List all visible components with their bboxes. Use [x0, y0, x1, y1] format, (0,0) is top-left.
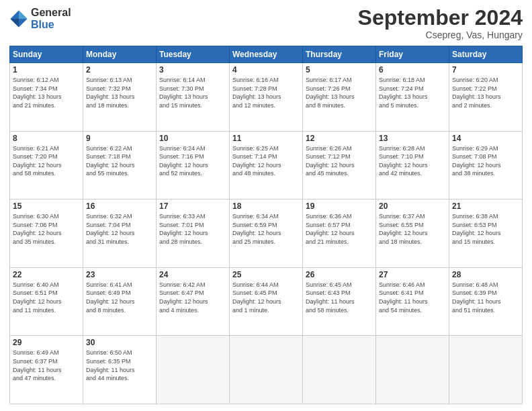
month-title: September 2024 [358, 7, 523, 28]
calendar-cell [376, 336, 449, 404]
day-number: 23 [86, 270, 153, 279]
weekday-header-tuesday: Tuesday [157, 46, 230, 63]
logo-general: General [31, 7, 71, 19]
day-info: Sunrise: 6:32 AM Sunset: 7:04 PM Dayligh… [86, 212, 153, 246]
day-info: Sunrise: 6:28 AM Sunset: 7:10 PM Dayligh… [379, 144, 446, 178]
calendar-cell: 14Sunrise: 6:29 AM Sunset: 7:08 PM Dayli… [449, 131, 523, 199]
day-info: Sunrise: 6:13 AM Sunset: 7:32 PM Dayligh… [86, 76, 153, 109]
day-info: Sunrise: 6:48 AM Sunset: 6:39 PM Dayligh… [452, 281, 519, 314]
svg-marker-2 [10, 19, 19, 28]
day-info: Sunrise: 6:38 AM Sunset: 6:53 PM Dayligh… [452, 212, 519, 246]
day-info: Sunrise: 6:20 AM Sunset: 7:22 PM Dayligh… [452, 76, 519, 109]
header: General Blue September 2024 Csepreg, Vas… [9, 7, 523, 40]
day-info: Sunrise: 6:25 AM Sunset: 7:14 PM Dayligh… [232, 144, 300, 178]
weekday-header-saturday: Saturday [449, 46, 523, 63]
day-info: Sunrise: 6:40 AM Sunset: 6:51 PM Dayligh… [13, 281, 80, 314]
day-number: 19 [306, 201, 373, 211]
calendar-cell: 1Sunrise: 6:12 AM Sunset: 7:34 PM Daylig… [10, 63, 83, 132]
calendar-cell: 11Sunrise: 6:25 AM Sunset: 7:14 PM Dayli… [230, 131, 303, 199]
calendar-cell: 7Sunrise: 6:20 AM Sunset: 7:22 PM Daylig… [449, 63, 523, 132]
day-info: Sunrise: 6:24 AM Sunset: 7:16 PM Dayligh… [159, 144, 226, 178]
day-number: 7 [452, 65, 519, 75]
calendar-cell [157, 336, 230, 404]
calendar-table: SundayMondayTuesdayWednesdayThursdayFrid… [9, 46, 523, 404]
calendar-cell [449, 336, 523, 404]
day-info: Sunrise: 6:45 AM Sunset: 6:43 PM Dayligh… [306, 281, 373, 314]
calendar-cell: 25Sunrise: 6:44 AM Sunset: 6:45 PM Dayli… [230, 267, 303, 336]
day-info: Sunrise: 6:14 AM Sunset: 7:30 PM Dayligh… [159, 76, 226, 109]
day-info: Sunrise: 6:50 AM Sunset: 6:35 PM Dayligh… [86, 349, 153, 382]
day-number: 27 [379, 270, 446, 279]
calendar-cell: 18Sunrise: 6:34 AM Sunset: 6:59 PM Dayli… [230, 199, 303, 268]
day-number: 3 [159, 65, 226, 75]
calendar-cell: 10Sunrise: 6:24 AM Sunset: 7:16 PM Dayli… [157, 131, 230, 199]
calendar-cell: 26Sunrise: 6:45 AM Sunset: 6:43 PM Dayli… [303, 267, 376, 336]
day-info: Sunrise: 6:16 AM Sunset: 7:28 PM Dayligh… [232, 76, 300, 109]
calendar-cell: 20Sunrise: 6:37 AM Sunset: 6:55 PM Dayli… [376, 199, 449, 268]
day-number: 16 [86, 201, 153, 211]
day-info: Sunrise: 6:33 AM Sunset: 7:01 PM Dayligh… [159, 212, 226, 246]
calendar-cell [303, 336, 376, 404]
day-number: 24 [159, 270, 226, 279]
logo-blue: Blue [31, 19, 71, 31]
calendar-cell: 3Sunrise: 6:14 AM Sunset: 7:30 PM Daylig… [157, 63, 230, 132]
calendar-cell [230, 336, 303, 404]
calendar-cell: 17Sunrise: 6:33 AM Sunset: 7:01 PM Dayli… [157, 199, 230, 268]
calendar-header-row: SundayMondayTuesdayWednesdayThursdayFrid… [10, 46, 523, 63]
calendar-cell: 5Sunrise: 6:17 AM Sunset: 7:26 PM Daylig… [303, 63, 376, 132]
day-info: Sunrise: 6:46 AM Sunset: 6:41 PM Dayligh… [379, 281, 446, 314]
calendar-cell: 29Sunrise: 6:49 AM Sunset: 6:37 PM Dayli… [10, 336, 83, 404]
day-info: Sunrise: 6:37 AM Sunset: 6:55 PM Dayligh… [379, 212, 446, 246]
day-number: 13 [379, 134, 446, 143]
day-number: 15 [13, 201, 80, 211]
day-info: Sunrise: 6:36 AM Sunset: 6:57 PM Dayligh… [306, 212, 373, 246]
weekday-header-sunday: Sunday [10, 46, 83, 63]
day-number: 8 [13, 134, 80, 143]
day-number: 21 [452, 201, 519, 211]
calendar-cell: 19Sunrise: 6:36 AM Sunset: 6:57 PM Dayli… [303, 199, 376, 268]
weekday-header-wednesday: Wednesday [230, 46, 303, 63]
day-info: Sunrise: 6:18 AM Sunset: 7:24 PM Dayligh… [379, 76, 446, 109]
calendar-cell: 16Sunrise: 6:32 AM Sunset: 7:04 PM Dayli… [83, 199, 157, 268]
day-number: 22 [13, 270, 80, 279]
day-info: Sunrise: 6:12 AM Sunset: 7:34 PM Dayligh… [13, 76, 80, 109]
day-info: Sunrise: 6:42 AM Sunset: 6:47 PM Dayligh… [159, 281, 226, 314]
calendar-cell: 24Sunrise: 6:42 AM Sunset: 6:47 PM Dayli… [157, 267, 230, 336]
day-number: 26 [306, 270, 373, 279]
calendar-cell: 22Sunrise: 6:40 AM Sunset: 6:51 PM Dayli… [10, 267, 83, 336]
calendar-cell: 15Sunrise: 6:30 AM Sunset: 7:06 PM Dayli… [10, 199, 83, 268]
logo-icon [9, 9, 28, 28]
calendar-cell: 6Sunrise: 6:18 AM Sunset: 7:24 PM Daylig… [376, 63, 449, 132]
calendar-cell: 9Sunrise: 6:22 AM Sunset: 7:18 PM Daylig… [83, 131, 157, 199]
day-info: Sunrise: 6:21 AM Sunset: 7:20 PM Dayligh… [13, 144, 80, 178]
day-number: 25 [232, 270, 300, 279]
title-block: September 2024 Csepreg, Vas, Hungary [358, 7, 523, 40]
calendar-cell: 2Sunrise: 6:13 AM Sunset: 7:32 PM Daylig… [83, 63, 157, 132]
day-number: 18 [232, 201, 300, 211]
day-info: Sunrise: 6:26 AM Sunset: 7:12 PM Dayligh… [306, 144, 373, 178]
day-number: 11 [232, 134, 300, 143]
day-number: 2 [86, 65, 153, 75]
day-info: Sunrise: 6:29 AM Sunset: 7:08 PM Dayligh… [452, 144, 519, 178]
day-number: 1 [13, 65, 80, 75]
day-info: Sunrise: 6:22 AM Sunset: 7:18 PM Dayligh… [86, 144, 153, 178]
day-number: 30 [86, 338, 153, 347]
day-number: 9 [86, 134, 153, 143]
location-subtitle: Csepreg, Vas, Hungary [358, 30, 523, 40]
calendar-cell: 12Sunrise: 6:26 AM Sunset: 7:12 PM Dayli… [303, 131, 376, 199]
weekday-header-friday: Friday [376, 46, 449, 63]
day-info: Sunrise: 6:30 AM Sunset: 7:06 PM Dayligh… [13, 212, 80, 246]
calendar-cell: 21Sunrise: 6:38 AM Sunset: 6:53 PM Dayli… [449, 199, 523, 268]
day-number: 20 [379, 201, 446, 211]
calendar-cell: 27Sunrise: 6:46 AM Sunset: 6:41 PM Dayli… [376, 267, 449, 336]
day-number: 14 [452, 134, 519, 143]
day-number: 5 [306, 65, 373, 75]
weekday-header-thursday: Thursday [303, 46, 376, 63]
logo-text: General Blue [31, 7, 71, 30]
day-number: 29 [13, 338, 80, 347]
day-number: 17 [159, 201, 226, 211]
day-number: 4 [232, 65, 300, 75]
day-number: 28 [452, 270, 519, 279]
calendar-cell: 28Sunrise: 6:48 AM Sunset: 6:39 PM Dayli… [449, 267, 523, 336]
logo: General Blue [9, 7, 71, 30]
